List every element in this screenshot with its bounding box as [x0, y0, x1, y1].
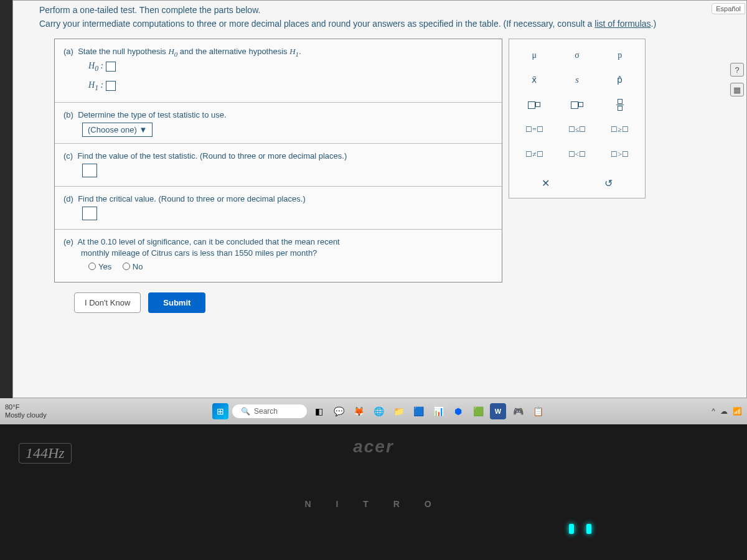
- laptop-bezel: 144Hz acer N I T R O: [0, 424, 747, 560]
- pal-phat[interactable]: p̂: [599, 69, 640, 91]
- weather-temp: 80°F: [5, 403, 47, 411]
- pal-ne[interactable]: ☐≠☐: [514, 144, 555, 166]
- h0-input[interactable]: [106, 62, 116, 72]
- nitro-text: N I T R O: [304, 499, 442, 509]
- pal-p[interactable]: p: [599, 44, 640, 67]
- tb-app3[interactable]: 🟩: [470, 403, 486, 419]
- taskbar-search[interactable]: 🔍 Search: [232, 404, 307, 418]
- pal-mu[interactable]: μ: [514, 44, 555, 67]
- part-e-text2: monthly mileage of Citrus cars is less t…: [63, 248, 317, 258]
- submit-button[interactable]: Submit: [148, 292, 205, 313]
- weather-widget[interactable]: 80°F Mostly cloudy: [5, 403, 47, 419]
- tb-firefox[interactable]: 🦊: [350, 403, 367, 419]
- part-e-text1: At the 0.10 level of significance, can i…: [77, 237, 339, 246]
- part-b: (b) Determine the type of test statistic…: [55, 103, 502, 144]
- instructions-header: Perform a one-tailed test. Then complete…: [13, 1, 746, 39]
- hz-badge: 144Hz: [19, 443, 72, 464]
- test-statistic-input[interactable]: [82, 164, 97, 177]
- part-d-text: Find the critical value. (Round to three…: [78, 194, 306, 203]
- help-icon[interactable]: ?: [730, 63, 744, 77]
- radio-no[interactable]: No: [123, 262, 143, 271]
- question-panel: (a) State the null hypothesis H0 and the…: [54, 39, 502, 283]
- pal-sigma[interactable]: σ: [557, 44, 598, 67]
- tb-app5[interactable]: 📋: [530, 403, 546, 419]
- part-c: (c) Find the value of the test statistic…: [55, 144, 502, 187]
- formulas-link[interactable]: list of formulas: [594, 19, 651, 29]
- h0-row: H0 :: [63, 57, 493, 77]
- weather-cond: Mostly cloudy: [5, 411, 47, 419]
- pal-ge[interactable]: ☐≥☐: [599, 119, 640, 141]
- tb-wifi-icon[interactable]: 📶: [733, 407, 742, 416]
- pal-gt[interactable]: ☐>☐: [599, 144, 640, 166]
- side-toolbar: ? ▦: [730, 63, 744, 96]
- part-b-text: Determine the type of test statistic to …: [78, 110, 226, 119]
- part-a: (a) State the null hypothesis H0 and the…: [55, 39, 502, 103]
- tb-app2[interactable]: 📊: [430, 403, 446, 419]
- critical-value-input[interactable]: [82, 207, 97, 220]
- part-a-label: (a): [63, 47, 73, 56]
- tb-app4[interactable]: 🎮: [510, 403, 526, 419]
- pal-exponent[interactable]: [514, 94, 555, 116]
- tb-edge[interactable]: 🌐: [370, 403, 387, 419]
- pal-s[interactable]: s: [557, 69, 598, 91]
- tb-task-view[interactable]: ◧: [311, 403, 327, 419]
- instruction-text-post: .): [651, 19, 657, 29]
- pal-le[interactable]: ☐≤☐: [557, 119, 598, 141]
- h1-input[interactable]: [106, 81, 116, 91]
- part-e-label: (e): [63, 237, 73, 246]
- start-button[interactable]: ⊞: [212, 403, 228, 419]
- language-button[interactable]: Español: [712, 3, 745, 14]
- keyboard-lights: [569, 524, 591, 534]
- tb-cloud-icon[interactable]: ☁: [720, 407, 728, 416]
- instruction-line-1: Perform a one-tailed test. Then complete…: [39, 3, 720, 17]
- tb-word[interactable]: W: [490, 403, 506, 419]
- radio-yes[interactable]: Yes: [88, 262, 111, 271]
- app-window: Español ? ▦ Perform a one-tailed test. T…: [12, 0, 747, 398]
- acer-logo: acer: [353, 437, 394, 457]
- pal-clear[interactable]: ✕: [514, 174, 577, 193]
- pal-reset[interactable]: ↺: [577, 174, 640, 193]
- tb-tray-up[interactable]: ^: [712, 407, 715, 416]
- pal-subscript[interactable]: [557, 94, 598, 116]
- windows-taskbar: 80°F Mostly cloudy ⊞ 🔍 Search ◧ 💬 🦊 🌐 📁 …: [0, 398, 747, 424]
- symbol-palette: μ σ p x̄ s p̂ ☐=☐ ☐≤☐ ☐≥☐ ☐≠☐ ☐<☐ ☐>☐: [509, 39, 646, 198]
- tb-dropbox[interactable]: ⬢: [450, 403, 466, 419]
- part-b-label: (b): [63, 110, 73, 119]
- pal-lt[interactable]: ☐<☐: [557, 144, 598, 166]
- tb-chat[interactable]: 💬: [331, 403, 347, 419]
- h1-row: H1 :: [63, 77, 493, 96]
- instruction-text: Carry your intermediate computations to …: [39, 19, 594, 29]
- instruction-line-2: Carry your intermediate computations to …: [39, 17, 720, 30]
- pal-xbar[interactable]: x̄: [514, 69, 555, 91]
- test-statistic-dropdown[interactable]: (Choose one) ▼: [82, 123, 153, 137]
- tb-explorer[interactable]: 📁: [390, 403, 406, 419]
- part-d-label: (d): [63, 194, 73, 203]
- tb-app1[interactable]: 🟦: [410, 403, 426, 419]
- pal-eq[interactable]: ☐=☐: [514, 119, 555, 141]
- part-a-text1: State the null hypothesis: [78, 47, 166, 56]
- part-c-text: Find the value of the test statistic. (R…: [77, 151, 347, 161]
- part-e: (e) At the 0.10 level of significance, c…: [55, 230, 502, 282]
- part-a-text2: and the alternative hypothesis: [180, 47, 288, 56]
- part-d: (d) Find the critical value. (Round to t…: [55, 187, 502, 230]
- idk-button[interactable]: I Don't Know: [74, 292, 141, 313]
- part-c-label: (c): [63, 151, 73, 161]
- pal-fraction[interactable]: [599, 94, 640, 116]
- calculator-icon[interactable]: ▦: [730, 83, 744, 96]
